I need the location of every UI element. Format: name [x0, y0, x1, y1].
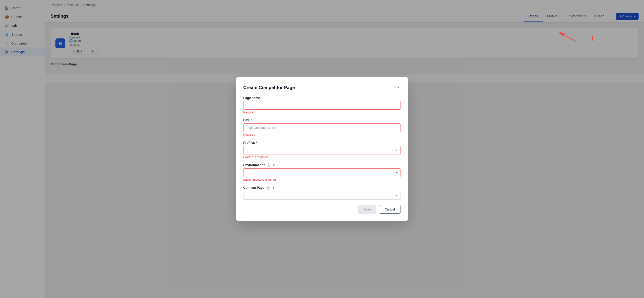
- page-name-label: Page name: [243, 96, 401, 100]
- url-error: Required: [243, 133, 401, 136]
- connect-page-group: Connect Page ? 3 ▾: [243, 186, 401, 200]
- profiles-required-star: *: [256, 141, 257, 144]
- environment-label: Environment * ? 2: [243, 163, 401, 167]
- env-required-star: *: [264, 163, 264, 167]
- page-name-group: Page name Required: [243, 96, 401, 114]
- annotation-3: 3: [272, 186, 274, 190]
- profiles-group: Profiles * ▾ Profiles is required: [243, 141, 401, 159]
- modal-close-button[interactable]: ×: [396, 84, 401, 91]
- modal: Create Competitor Page × Page name Requi…: [236, 77, 408, 221]
- environment-select[interactable]: [243, 168, 401, 177]
- profiles-error: Profiles is required: [243, 155, 401, 159]
- url-group: URL * Required: [243, 118, 401, 136]
- url-required-star: *: [250, 118, 252, 122]
- save-button[interactable]: Save: [358, 205, 376, 214]
- environment-help-icon[interactable]: ?: [266, 163, 270, 167]
- profiles-select-wrapper: ▾: [243, 146, 401, 154]
- modal-footer: Save Cancel: [243, 205, 401, 214]
- page-name-error: Required: [243, 111, 401, 114]
- connect-page-label: Connect Page ? 3: [243, 186, 401, 190]
- cancel-button[interactable]: Cancel: [379, 205, 401, 214]
- page-name-input[interactable]: [243, 101, 401, 110]
- url-input[interactable]: [243, 123, 401, 132]
- environment-group: Environment * ? 2 ▾ Environments is requ…: [243, 163, 401, 181]
- connect-page-help-icon[interactable]: ?: [266, 186, 270, 190]
- modal-title: Create Competitor Page: [243, 85, 295, 90]
- profiles-label: Profiles *: [243, 141, 401, 144]
- profiles-select[interactable]: [243, 146, 401, 154]
- modal-overlay: Create Competitor Page × Page name Requi…: [0, 0, 644, 298]
- environment-error: Environments is required: [243, 178, 401, 181]
- annotation-2: 2: [273, 163, 275, 167]
- url-label: URL *: [243, 118, 401, 122]
- environment-select-wrapper: ▾: [243, 168, 401, 177]
- connect-page-select[interactable]: [243, 191, 401, 200]
- connect-page-select-wrapper: ▾: [243, 191, 401, 200]
- modal-header: Create Competitor Page ×: [243, 84, 401, 91]
